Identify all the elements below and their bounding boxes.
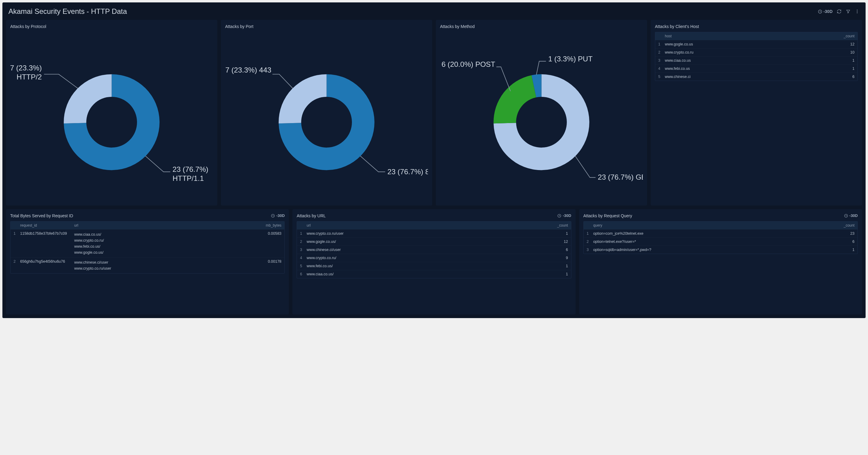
cell-count: 12	[836, 42, 855, 46]
table-row[interactable]: 4www.febi.co.us1	[655, 65, 858, 73]
table-host: host _count 1www.gogle.co.us122www.crypt…	[655, 32, 858, 81]
cell-count: 1	[550, 264, 568, 268]
cell-request-id: 656gh6u7hg5e4t56hu6u76	[20, 259, 74, 264]
svg-point-1	[857, 10, 858, 10]
table-row[interactable]: 6www.ciaa.co.us/1	[297, 270, 571, 278]
row-index: 2	[300, 239, 305, 244]
panel-title: Attacks by Method	[440, 24, 474, 29]
table-header: request_id url mb_bytes	[10, 222, 284, 230]
donut-chart-method: 6 (20.0%) POST 1 (3.3%) PUT 23 (76.7%) G…	[440, 32, 643, 201]
col-request-id: request_id	[20, 223, 74, 227]
cell-url: www.febi.co.us/	[307, 264, 550, 268]
cell-url: www.chinese.ci/userwww.crypto.co.ru/user	[74, 259, 257, 272]
table-row[interactable]: 5www.chinese.ci6	[655, 73, 858, 81]
header-actions: -30D	[818, 9, 860, 14]
row-index: 3	[658, 58, 663, 63]
panel-title: Attacks by Port	[225, 24, 253, 29]
panel-time-label: -30D	[849, 214, 858, 218]
row-index: 3	[587, 248, 591, 252]
panel-attacks-by-port: Attacks by Port 7 (23.3%) 443 23 (76.7%)…	[221, 20, 432, 205]
panel-time-picker[interactable]: -30D	[271, 214, 285, 218]
table-row[interactable]: 11158db1758e37bfe67b7c09www.ciaa.co.us/w…	[10, 230, 284, 258]
table-row[interactable]: 2656gh6u7hg5e4t56hu6u76www.chinese.ci/us…	[10, 258, 284, 273]
refresh-button[interactable]	[837, 9, 842, 14]
cell-url: www.ciaa.co.us/www.crypto.co.ru/www.febi…	[74, 231, 257, 255]
table-url: url _count 1www.crypto.co.ru/user12www.g…	[297, 221, 571, 278]
row-index: 4	[300, 256, 305, 260]
refresh-icon	[837, 9, 842, 14]
table-row[interactable]: 4www.crypto.co.ru/9	[297, 254, 571, 262]
col-count: _count	[836, 34, 855, 38]
slice-label: 6 (20.0%) POST	[441, 60, 495, 68]
slice-port-443[interactable]	[279, 74, 327, 124]
more-button[interactable]	[855, 9, 860, 14]
panel-title: Attacks by Protocol	[10, 24, 46, 29]
table-row[interactable]: 3www.chinese.ci/user6	[297, 246, 571, 254]
row-index: 3	[300, 248, 305, 252]
table-row[interactable]: 2www.crypto.co.ru10	[655, 49, 858, 57]
slice-label: 7 (23.3%) 443	[225, 66, 271, 74]
table-query: query _count 1option=com_jce%20telnet.ex…	[583, 221, 858, 254]
cell-host: www.chinese.ci	[665, 75, 836, 79]
more-vertical-icon	[855, 9, 860, 14]
slice-label: 23 (76.7%)	[173, 165, 208, 173]
page-title: Akamai Security Events - HTTP Data	[8, 7, 127, 16]
row-index: 1	[587, 231, 591, 236]
cell-count: 1	[550, 272, 568, 276]
table-row[interactable]: 3option=sqldb=admin/user=*,pwd=?1	[584, 246, 858, 254]
table-header: host _count	[655, 32, 858, 40]
row-index: 2	[13, 259, 18, 264]
cell-host: www.febi.co.us	[665, 66, 836, 71]
panel-attacks-by-url: Attacks by URL -30D url _count 1www.cryp…	[292, 209, 575, 314]
row-index: 6	[300, 272, 305, 276]
slice-label: 23 (76.7%) GET	[598, 173, 643, 181]
table-row[interactable]: 1www.gogle.co.us12	[655, 40, 858, 49]
time-range-picker[interactable]: -30D	[818, 9, 833, 14]
panel-attacks-by-method: Attacks by Method 6 (20.0%)	[436, 20, 647, 205]
col-url: url	[74, 223, 257, 227]
panel-attacks-by-protocol: Attacks by Protocol 7 (23.3%) HTTP/2	[6, 20, 217, 205]
cell-count: 1	[836, 248, 855, 252]
cell-host: www.crypto.co.ru	[665, 50, 836, 54]
cell-query: option=telnet.exe?/user=*	[593, 239, 836, 244]
slice-http2[interactable]	[64, 74, 112, 124]
slice-label: HTTP/1.1	[173, 174, 204, 182]
table-row[interactable]: 1www.crypto.co.ru/user1	[297, 230, 571, 238]
col-count: _count	[550, 223, 568, 227]
row-index: 2	[658, 50, 663, 54]
panel-time-picker[interactable]: -30D	[844, 214, 858, 218]
filter-button[interactable]	[846, 9, 850, 14]
row-index: 5	[658, 75, 663, 79]
cell-count: 6	[550, 248, 568, 252]
slice-label: HTTP/2	[17, 73, 42, 81]
cell-url: www.crypto.co.ru/	[307, 256, 550, 260]
cell-count: 10	[836, 50, 855, 54]
cell-count: 1	[836, 58, 855, 63]
row-index: 4	[658, 66, 663, 71]
col-url: url	[307, 223, 550, 227]
col-mb-bytes: mb_bytes	[257, 223, 281, 227]
dashboard: Akamai Security Events - HTTP Data -30D …	[2, 2, 866, 318]
panel-attacks-by-host: Attacks by Client's Host host _count 1ww…	[651, 20, 862, 205]
panel-time-picker[interactable]: -30D	[557, 214, 571, 218]
row-index: 1	[13, 231, 18, 236]
clock-icon	[818, 9, 822, 14]
slice-post[interactable]	[494, 75, 536, 123]
table-row[interactable]: 2www.gogle.co.us/12	[297, 238, 571, 246]
panel-title: Total Bytes Served by Request ID	[10, 214, 73, 218]
table-row[interactable]: 1option=com_jce%20telnet.exe23	[584, 230, 858, 238]
table-row[interactable]: 5www.febi.co.us/1	[297, 262, 571, 270]
time-range-label: -30D	[824, 9, 833, 14]
cell-count: 12	[550, 239, 568, 244]
panel-title: Attacks by Client's Host	[655, 24, 699, 29]
dashboard-header: Akamai Security Events - HTTP Data -30D	[6, 6, 862, 20]
cell-query: option=com_jce%20telnet.exe	[593, 231, 836, 236]
table-bytes: request_id url mb_bytes 11158db1758e37bf…	[10, 221, 285, 274]
col-query: query	[593, 223, 836, 227]
slice-label: 1 (3.3%) PUT	[548, 55, 593, 63]
cell-url: www.chinese.ci/user	[307, 248, 550, 252]
table-row[interactable]: 2option=telnet.exe?/user=*6	[584, 238, 858, 246]
table-row[interactable]: 3www.ciaa.co.us1	[655, 57, 858, 65]
cell-count: 6	[836, 239, 855, 244]
cell-query: option=sqldb=admin/user=*,pwd=?	[593, 248, 836, 252]
